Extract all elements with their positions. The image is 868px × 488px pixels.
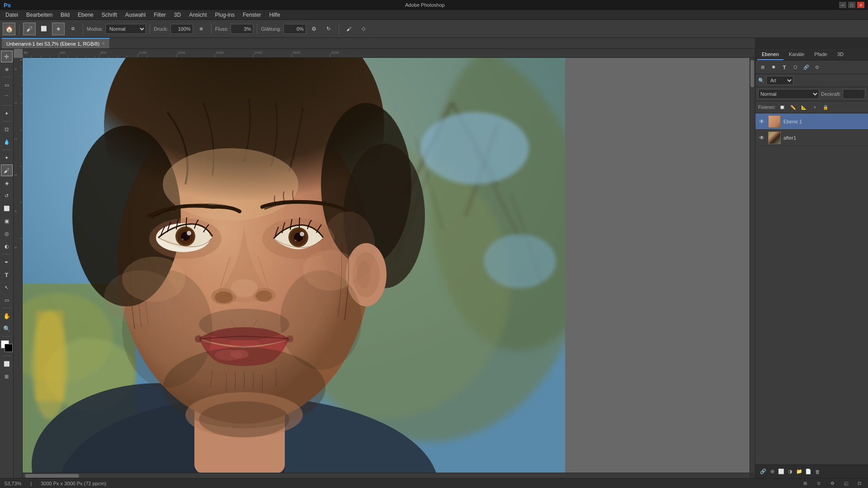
status-btn-2[interactable]: ⊙ — [815, 479, 823, 488]
layer-visibility-after1[interactable]: 👁 — [758, 134, 765, 141]
menu-auswahl[interactable]: Auswahl — [122, 11, 149, 19]
tab-pfade[interactable]: Pfade — [810, 49, 832, 60]
marquee-tool[interactable]: ▭ — [1, 79, 13, 91]
zoom-tool[interactable]: 🔍 — [1, 323, 13, 334]
layer-type-filter[interactable]: Art — [766, 76, 793, 85]
panel-search: 🔍 Art — [755, 74, 868, 87]
brush-settings-button[interactable]: ⚙ — [66, 23, 79, 35]
menu-bearbeiten[interactable]: Bearbeiten — [23, 11, 56, 19]
maximize-button[interactable]: □ — [848, 2, 855, 8]
menu-3d[interactable]: 3D — [170, 11, 184, 19]
symmetry-btn[interactable]: ◇ — [357, 23, 370, 35]
blur-tool[interactable]: ◎ — [1, 228, 13, 239]
home-tool-button[interactable]: 🏠 — [3, 23, 15, 35]
canvas-document[interactable] — [23, 58, 565, 474]
type-tool[interactable]: T — [1, 269, 13, 281]
glaettung-input[interactable] — [283, 24, 306, 34]
path-select-tool[interactable]: ↖ — [1, 282, 13, 293]
titlebar-controls[interactable]: ─ □ ✕ — [839, 2, 864, 8]
adjustment-btn[interactable]: ◑ — [786, 468, 794, 476]
artboard-tool[interactable]: ⊕ — [1, 63, 13, 75]
menu-plugins[interactable]: Plug-ins — [212, 11, 238, 19]
wand-tool[interactable]: ✦ — [1, 108, 13, 119]
lasso-tool[interactable]: ⌒ — [1, 92, 13, 103]
close-button[interactable]: ✕ — [857, 2, 864, 8]
link-layers-btn[interactable]: 🔗 — [759, 468, 767, 476]
menu-ebene[interactable]: Ebene — [74, 11, 97, 19]
minimize-button[interactable]: ─ — [839, 2, 846, 8]
brush-btn2[interactable]: 🖌 — [343, 23, 355, 35]
layer-item-ebene1[interactable]: 👁 Ebene 1 — [755, 113, 868, 130]
scrollbar-vertical-thumb[interactable] — [750, 60, 754, 87]
lock-transparent-btn[interactable]: 🔲 — [778, 103, 786, 111]
menu-hilfe[interactable]: Hilfe — [266, 11, 284, 19]
menu-ansicht[interactable]: Ansicht — [185, 11, 210, 19]
scrollbar-vertical[interactable] — [750, 58, 755, 473]
move-tool[interactable]: ✛ — [1, 51, 13, 62]
menu-schrift[interactable]: Schrift — [98, 11, 121, 19]
layer-styles-btn[interactable]: ⊕ — [768, 468, 776, 476]
eraser-tool[interactable]: ⬜ — [1, 202, 13, 214]
angle-btn[interactable]: ↻ — [322, 23, 335, 35]
tab-3d[interactable]: 3D — [833, 49, 848, 60]
status-btn-3[interactable]: ⚙ — [828, 479, 836, 488]
lock-pixels-btn[interactable]: ✏️ — [789, 103, 797, 111]
pen-tool[interactable]: ✒ — [1, 256, 13, 268]
lock-all-btn[interactable]: 🔒 — [821, 103, 830, 111]
menu-filter[interactable]: Filter — [150, 11, 170, 19]
history-brush-tool[interactable]: ↺ — [1, 190, 13, 202]
svg-point-59 — [484, 234, 556, 288]
delete-layer-btn[interactable]: 🗑 — [813, 468, 821, 476]
filter-btn[interactable]: ⊙ — [812, 63, 821, 72]
new-layer-btn[interactable]: 📄 — [804, 468, 812, 476]
lock-position-btn[interactable]: 📐 — [800, 103, 808, 111]
tab-close-btn[interactable]: × — [102, 41, 105, 46]
menu-fenster[interactable]: Fenster — [239, 11, 265, 19]
link-btn[interactable]: 🔗 — [802, 63, 811, 72]
clone-tool[interactable]: ◈ — [1, 177, 13, 189]
menu-datei[interactable]: Datei — [2, 11, 22, 19]
quick-mask-btn[interactable]: ⬜ — [1, 358, 13, 370]
shapes-btn[interactable]: ⬡ — [791, 63, 800, 72]
scrollbar-horizontal[interactable] — [23, 473, 750, 478]
brush-tool[interactable]: 🖌 — [1, 164, 13, 176]
status-btn-4[interactable]: ◱ — [842, 479, 850, 488]
type-layer-btn[interactable]: T — [780, 63, 789, 72]
foreground-color-swatch[interactable] — [5, 344, 13, 352]
opacity-input[interactable]: 100% — [843, 89, 865, 99]
gradient-tool[interactable]: ▣ — [1, 215, 13, 227]
settings-btn[interactable]: ⚙ — [308, 23, 321, 35]
crop-tool[interactable]: ⊡ — [1, 123, 13, 135]
status-btn-5[interactable]: ⊡ — [855, 479, 863, 488]
shape-tool[interactable]: ▭ — [1, 294, 13, 306]
tab-kanaele[interactable]: Kanäle — [784, 49, 809, 60]
menu-bild[interactable]: Bild — [57, 11, 73, 19]
druck-input[interactable] — [170, 24, 193, 34]
document-tab[interactable]: Unbenannt-1 bei 53,7% (Ebene 1, RGB/8) × — [2, 38, 110, 48]
layer-visibility-ebene1[interactable]: 👁 — [758, 118, 765, 125]
druck-icon-btn[interactable]: ⊕ — [195, 23, 208, 35]
layer-item-after1[interactable]: 👁 after1 — [755, 130, 868, 146]
blend-mode-select[interactable]: Normal — [758, 89, 819, 99]
dodge-tool[interactable]: ◐ — [1, 240, 13, 252]
scrollbar-horizontal-thumb[interactable] — [25, 474, 79, 478]
svg-text:5: 5 — [14, 246, 18, 249]
screen-mode-btn[interactable]: ⊞ — [1, 371, 13, 382]
brush-tool-button[interactable]: 🖌 — [23, 23, 36, 35]
tab-ebenen[interactable]: Ebenen — [757, 49, 783, 60]
adjust-layer-btn[interactable]: ✱ — [769, 63, 778, 72]
spot-heal-tool[interactable]: ✦ — [1, 152, 13, 164]
clone-stamp-button[interactable]: ◈ — [52, 23, 65, 35]
fluss-input[interactable] — [231, 24, 253, 34]
eraser-tool-button[interactable]: ⬜ — [38, 23, 50, 35]
new-layer-type-btn[interactable]: ⊞ — [758, 63, 767, 72]
hand-tool[interactable]: ✋ — [1, 310, 13, 322]
group-btn[interactable]: 📁 — [795, 468, 803, 476]
lock-artboard-btn[interactable]: + — [811, 103, 819, 111]
canvas-background[interactable] — [23, 58, 755, 478]
eyedropper-tool[interactable]: 💧 — [1, 136, 13, 148]
color-swatches[interactable] — [1, 340, 13, 354]
mask-btn[interactable]: ⬜ — [777, 468, 785, 476]
status-btn-1[interactable]: ⊞ — [801, 479, 809, 488]
modus-select[interactable]: Normal — [105, 24, 146, 34]
